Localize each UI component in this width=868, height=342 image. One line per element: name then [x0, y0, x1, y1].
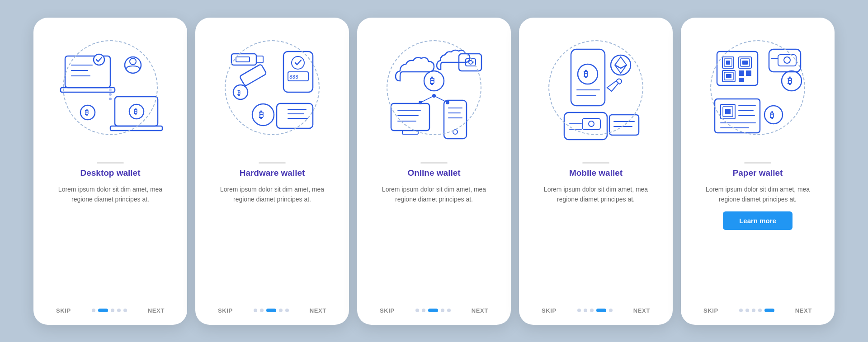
hardware-wallet-card: 888 ₿ ₿ Hardware wallet Lorem ipsum dolo… [195, 18, 349, 325]
desktop-wallet-desc: Lorem ipsum dolor sit dim amet, mea regi… [47, 184, 174, 205]
online-wallet-card: ₿ [357, 18, 511, 325]
paper-wallet-content: Paper wallet Lorem ipsum dolor sit dim a… [681, 158, 835, 325]
divider [744, 162, 771, 164]
dot-5 [285, 309, 289, 312]
dashed-circle [548, 40, 643, 135]
dot-4 [596, 309, 606, 312]
dashed-circle [225, 40, 320, 135]
skip-button[interactable]: SKIP [703, 307, 718, 314]
next-button[interactable]: NEXT [310, 307, 326, 314]
dot-1 [92, 309, 95, 312]
skip-button[interactable]: SKIP [56, 307, 71, 314]
nav-dots [739, 309, 774, 312]
dot-2 [745, 309, 749, 312]
divider [420, 162, 448, 164]
hardware-wallet-desc: Lorem ipsum dolor sit dim amet, mea regi… [209, 184, 335, 205]
dot-3 [266, 309, 276, 312]
hardware-wallet-content: Hardware wallet Lorem ipsum dolor sit di… [195, 158, 349, 325]
dot-4 [758, 309, 762, 312]
nav-dots [92, 309, 127, 312]
dot-5 [447, 309, 451, 312]
dot-1 [415, 309, 419, 312]
skip-button[interactable]: SKIP [542, 307, 557, 314]
dashed-circle [63, 40, 158, 135]
next-button[interactable]: NEXT [472, 307, 488, 314]
dot-2 [98, 309, 108, 312]
next-button[interactable]: NEXT [795, 307, 812, 314]
dashed-circle [710, 40, 805, 135]
desktop-wallet-card: ₿ ₿ Desktop wallet Lorem ipsum dolor sit… [33, 18, 187, 325]
paper-wallet-card: ₿ ₿ Paper wallet Lorem ipsum dolor sit [681, 18, 835, 325]
next-button[interactable]: NEXT [148, 307, 165, 314]
next-button[interactable]: NEXT [633, 307, 650, 314]
mobile-wallet-illustration: ₿ [519, 18, 673, 158]
dot-2 [260, 309, 264, 312]
nav-dots [415, 309, 451, 312]
mobile-wallet-card: ₿ [519, 18, 673, 325]
dashed-circle [387, 40, 481, 135]
dot-2 [422, 309, 425, 312]
paper-wallet-title: Paper wallet [733, 168, 783, 178]
online-wallet-content: Online wallet Lorem ipsum dolor sit dim … [357, 158, 511, 325]
desktop-wallet-illustration: ₿ ₿ [33, 18, 187, 158]
dot-3 [111, 309, 114, 312]
dot-4 [279, 309, 283, 312]
dot-5 [764, 309, 774, 312]
dot-1 [254, 309, 257, 312]
dot-4 [441, 309, 444, 312]
nav-dots [577, 309, 613, 312]
dot-3 [752, 309, 755, 312]
divider [582, 162, 609, 164]
paper-wallet-nav: SKIP NEXT [694, 307, 821, 325]
online-wallet-desc: Lorem ipsum dolor sit dim amet, mea regi… [371, 184, 497, 205]
desktop-wallet-content: Desktop wallet Lorem ipsum dolor sit dim… [33, 158, 187, 325]
mobile-wallet-desc: Lorem ipsum dolor sit dim amet, mea regi… [533, 184, 659, 205]
dot-3 [590, 309, 594, 312]
hardware-wallet-nav: SKIP NEXT [209, 307, 335, 325]
desktop-wallet-title: Desktop wallet [80, 168, 140, 178]
dot-5 [609, 309, 613, 312]
dot-5 [123, 309, 127, 312]
paper-wallet-illustration: ₿ ₿ [681, 18, 835, 158]
nav-dots [254, 309, 289, 312]
dot-2 [584, 309, 587, 312]
hardware-wallet-illustration: 888 ₿ ₿ [195, 18, 349, 158]
skip-button[interactable]: SKIP [380, 307, 395, 314]
online-wallet-illustration: ₿ [357, 18, 511, 158]
skip-button[interactable]: SKIP [218, 307, 233, 314]
online-wallet-nav: SKIP NEXT [371, 307, 497, 325]
mobile-wallet-content: Mobile wallet Lorem ipsum dolor sit dim … [519, 158, 673, 325]
divider [259, 162, 286, 164]
dot-4 [117, 309, 121, 312]
dot-1 [577, 309, 581, 312]
dot-1 [739, 309, 743, 312]
cards-container: ₿ ₿ Desktop wallet Lorem ipsum dolor sit… [15, 4, 853, 338]
learn-more-button[interactable]: Learn more [723, 211, 793, 230]
online-wallet-title: Online wallet [407, 168, 460, 178]
paper-wallet-desc: Lorem ipsum dolor sit dim amet, mea regi… [694, 184, 821, 205]
mobile-wallet-title: Mobile wallet [569, 168, 623, 178]
mobile-wallet-nav: SKIP NEXT [533, 307, 659, 325]
hardware-wallet-title: Hardware wallet [240, 168, 305, 178]
desktop-wallet-nav: SKIP NEXT [47, 307, 174, 325]
dot-3 [428, 309, 438, 312]
divider [97, 162, 124, 164]
